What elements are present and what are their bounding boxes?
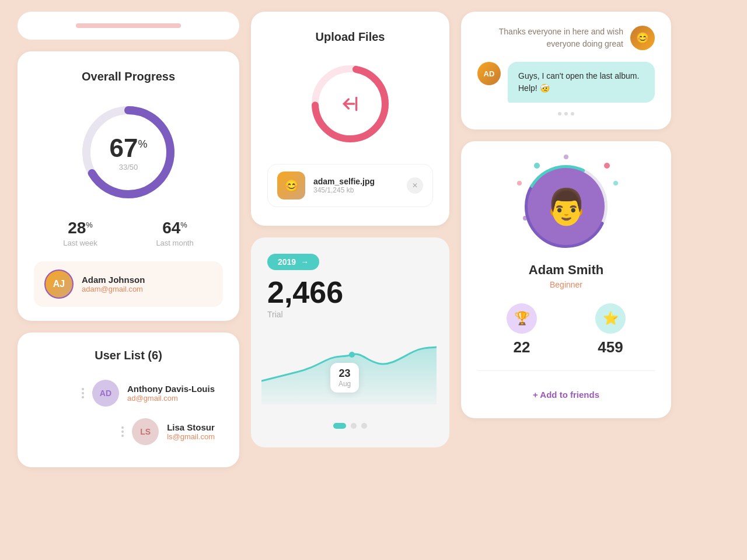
- chat-text-right: Thanks everyone in here and wish everyon…: [477, 26, 623, 50]
- donut-chart: 67% 33/50: [76, 100, 181, 205]
- profile-stat-1: 🏆 22: [507, 303, 537, 356]
- fraction-value: 33/50: [110, 163, 148, 172]
- profile-stats: 🏆 22 ⭐ 459: [477, 303, 655, 371]
- dots-menu[interactable]: [82, 388, 84, 398]
- profile-card: 👨 Adam Smith Beginner 🏆 22 ⭐ 459: [461, 141, 671, 418]
- big-stat-number: 2,466: [267, 277, 433, 307]
- arrow-right-icon: →: [301, 257, 309, 267]
- chart-dot-2[interactable]: [351, 423, 357, 429]
- user-ad-info: Anthony Davis-Louis ad@gmail.com: [127, 384, 215, 402]
- svg-point-13: [564, 155, 568, 159]
- avatar-ad: AD: [92, 380, 119, 407]
- chart-dot-3[interactable]: [361, 423, 367, 429]
- year-text: 2019: [278, 257, 296, 267]
- week-label: Last week: [63, 239, 97, 247]
- upload-circle[interactable]: [306, 60, 394, 148]
- user-email: adam@gmail.com: [82, 285, 145, 293]
- stat1-number: 22: [507, 338, 537, 356]
- dots-menu-2[interactable]: [121, 426, 124, 437]
- chart-header: 2019 →: [267, 254, 433, 270]
- list-item[interactable]: LS Lisa Stosur ls@gmail.com: [34, 412, 223, 451]
- add-friend-button[interactable]: + Add to friends: [477, 385, 655, 404]
- month-value: 64%: [156, 219, 193, 237]
- tooltip-label: Aug: [338, 380, 351, 388]
- user-list-title: User List (6): [34, 349, 223, 362]
- chart-tooltip: 23 Aug: [330, 363, 359, 393]
- typing-indicator: [477, 112, 655, 116]
- avatar-ls: LS: [132, 418, 159, 445]
- profile-image: 👨: [528, 168, 605, 245]
- chart-area: 23 Aug: [267, 328, 433, 416]
- user-info: Adam Johnson adam@gmail.com: [82, 275, 145, 293]
- upload-files-card: Upload Files 😊: [251, 12, 449, 226]
- user-ls-info: Lisa Stosur ls@gmail.com: [167, 422, 215, 441]
- chat-left-avatar: AD: [477, 62, 501, 85]
- top-bar-card: [18, 12, 239, 40]
- profile-stat-2: ⭐ 459: [595, 303, 626, 356]
- user-name: Adam Johnson: [82, 275, 145, 285]
- donut-center: 67% 33/50: [110, 134, 148, 172]
- year-badge[interactable]: 2019 →: [267, 254, 319, 270]
- upload-file-row[interactable]: 😊 adam_selfie.jpg 345/1,245 kb ✕: [267, 164, 433, 207]
- star-icon-circle: ⭐: [595, 303, 626, 334]
- tooltip-number: 23: [338, 368, 351, 380]
- file-thumbnail: 😊: [277, 172, 305, 200]
- upload-icon: [341, 94, 359, 113]
- week-stat: 28% Last week: [63, 219, 97, 247]
- overall-progress-card: Overall Progress 67% 33/50 28%: [18, 51, 239, 321]
- week-value: 28%: [63, 219, 97, 237]
- user-profile-row[interactable]: AJ Adam Johnson adam@gmail.com: [34, 261, 223, 307]
- list-item[interactable]: AD Anthony Davis-Louis ad@gmail.com: [34, 374, 223, 412]
- chart-dot-active[interactable]: [333, 423, 346, 429]
- top-bar-progress: [76, 23, 181, 28]
- trial-label: Trial: [267, 310, 433, 319]
- chat-card: Thanks everyone in here and wish everyon…: [461, 12, 671, 130]
- chat-right-avatar: 😊: [630, 26, 655, 50]
- upload-title: Upload Files: [267, 30, 433, 44]
- month-stat: 64% Last month: [156, 219, 193, 247]
- stats-chart-card: 2019 → 2,466 Trial: [251, 237, 449, 447]
- chat-bubble: Guys, I can't open the last album. Help!…: [508, 62, 655, 103]
- user-list-card: User List (6) AD Anthony Davis-Louis ad@…: [18, 332, 239, 467]
- progress-title: Overall Progress: [34, 70, 223, 83]
- adam-johnson-avatar: AJ: [53, 279, 65, 289]
- stat2-number: 459: [595, 338, 626, 356]
- profile-role: Beginner: [477, 280, 655, 289]
- svg-point-11: [613, 181, 618, 186]
- chat-message-right: Thanks everyone in here and wish everyon…: [477, 26, 655, 50]
- star-icon: ⭐: [603, 311, 619, 326]
- stats-row: 28% Last week 64% Last month: [34, 219, 223, 247]
- svg-point-6: [349, 352, 355, 358]
- badge-icon: 🏆: [514, 311, 530, 326]
- file-name: adam_selfie.jpg: [313, 177, 375, 186]
- chart-pagination: [267, 423, 433, 429]
- file-close-button[interactable]: ✕: [407, 177, 423, 194]
- month-label: Last month: [156, 239, 193, 247]
- profile-avatar-wrap: 👨: [519, 160, 613, 253]
- file-info: adam_selfie.jpg 345/1,245 kb: [313, 177, 375, 194]
- badge-icon-circle: 🏆: [507, 303, 537, 334]
- chat-message-left: AD Guys, I can't open the last album. He…: [477, 62, 655, 103]
- percent-value: 67%: [110, 134, 148, 163]
- file-size: 345/1,245 kb: [313, 186, 375, 194]
